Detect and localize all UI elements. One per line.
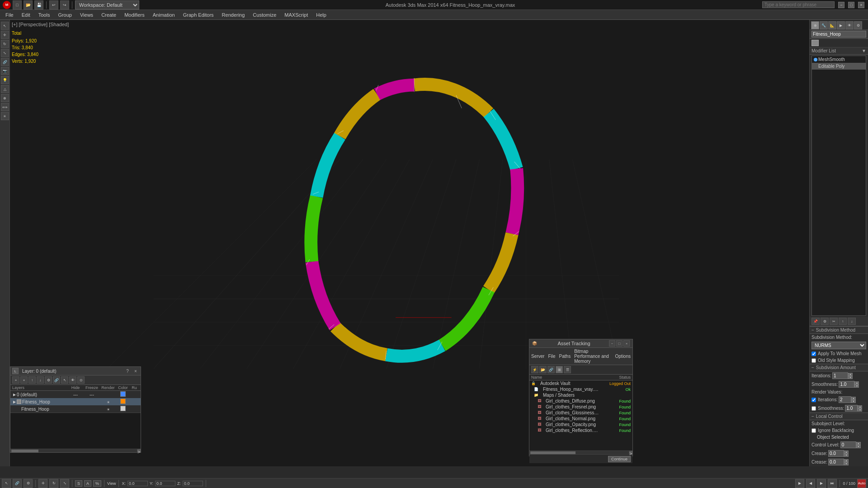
object-color-swatch[interactable] (811, 40, 819, 46)
bottom-scale-btn[interactable]: ⤡ (60, 479, 69, 488)
crease-up[interactable]: ▲ (844, 450, 849, 454)
smoothness-input[interactable] (839, 381, 854, 388)
subdiv-method-select[interactable]: NURMS Classic (811, 342, 866, 349)
crease2-up[interactable]: ▲ (844, 459, 849, 462)
mod-up-btn[interactable]: ↑ (839, 318, 847, 325)
timeline-next-btn[interactable]: ▶ (817, 479, 826, 488)
modifier-meshsmooth[interactable]: MeshSmooth (812, 56, 866, 63)
mirror-tool[interactable]: ⟺ (1, 103, 9, 111)
close-button[interactable]: × (858, 2, 864, 8)
layers-move-up-btn[interactable]: ↑ (28, 376, 36, 384)
menu-edit[interactable]: Edit (18, 11, 34, 19)
asset-maximize-btn[interactable]: □ (616, 340, 623, 347)
move-tool[interactable]: ✛ (1, 31, 9, 39)
layers-select-btn[interactable]: ↖ (61, 376, 68, 384)
asset-menu-options[interactable]: Options (615, 354, 631, 359)
asset-menu-bitmap[interactable]: Bitmap Performance and Memory (574, 349, 611, 364)
crease2-down[interactable]: ▼ (844, 462, 849, 465)
asset-tool-3[interactable]: 🔗 (547, 366, 555, 373)
bottom-move-btn[interactable]: ✛ (38, 479, 47, 488)
iterations-input[interactable] (832, 372, 848, 379)
select-tool[interactable]: ↖ (1, 22, 9, 30)
tab-motion[interactable]: ▶ (837, 21, 845, 29)
mod-dn-btn[interactable]: ↓ (848, 318, 856, 325)
search-input[interactable] (762, 1, 835, 8)
crease-down[interactable]: ▼ (844, 454, 849, 457)
iterations-spinner[interactable]: ▲ ▼ (832, 372, 853, 379)
render-smooth-up[interactable]: ▲ (858, 405, 862, 408)
smoothness-down[interactable]: ▼ (854, 385, 859, 388)
menu-create[interactable]: Create (98, 11, 120, 19)
menu-rendering[interactable]: Rendering (218, 11, 249, 19)
layer-row-fitness-hoop[interactable]: ▶ Fitness_Hoop ☀ (10, 398, 141, 405)
layers-new-btn[interactable]: + (12, 376, 19, 384)
asset-tool-5[interactable]: ☰ (564, 366, 571, 373)
asset-tool-2[interactable]: 📂 (539, 366, 547, 373)
bottom-settings-btn[interactable]: ⚙ (24, 479, 33, 488)
menu-file[interactable]: File (2, 11, 17, 19)
ignore-backfacing-checkbox[interactable] (811, 428, 816, 433)
layers-settings-btn[interactable]: ⚙ (45, 376, 52, 384)
layers-link-btn[interactable]: 🔗 (53, 376, 60, 384)
smoothness-spinner[interactable]: ▲ ▼ (839, 381, 859, 388)
render-iterations-spinner[interactable]: ▲ ▼ (839, 396, 856, 403)
control-level-input[interactable] (840, 441, 856, 448)
menu-tools[interactable]: Tools (35, 11, 54, 19)
timeline-prev-btn[interactable]: ◀ (806, 479, 815, 488)
snap-toggle[interactable]: S (75, 480, 82, 487)
layers-scroll-thumb[interactable] (11, 450, 38, 452)
minimize-button[interactable]: − (838, 2, 844, 8)
layers-del-btn[interactable]: × (20, 376, 28, 384)
layers-show-btn[interactable]: ⊙ (77, 376, 85, 384)
menu-help[interactable]: Help (312, 11, 330, 19)
asset-row-max-file[interactable]: 📄 Fitness_Hoop_max_vray.max Ok (529, 386, 632, 392)
render-iterations-checkbox[interactable] (811, 398, 816, 402)
layers-move-dn-btn[interactable]: ↓ (37, 376, 44, 384)
snap-tool[interactable]: ⊕ (1, 94, 9, 102)
asset-tool-4[interactable]: ⊞ (556, 366, 563, 373)
mod-pin-btn[interactable]: 📌 (811, 318, 820, 325)
crease-spinner[interactable]: ▲ ▼ (828, 450, 849, 457)
asset-scroll-thumb[interactable] (530, 451, 576, 454)
viewport[interactable]: [+] [Perspective] [Shaded] Total Polys: … (10, 20, 809, 466)
tab-utilities[interactable]: ⚙ (854, 21, 862, 29)
modifier-editablepoly[interactable]: Editable Poly (812, 63, 866, 70)
bottom-rotate-btn[interactable]: ↻ (49, 479, 58, 488)
maximize-button[interactable]: □ (848, 2, 854, 8)
open-btn[interactable]: 📂 (24, 0, 33, 9)
rotate-tool[interactable]: ↻ (1, 40, 9, 48)
layers-scrollbar[interactable]: > (10, 449, 141, 452)
local-control-header[interactable]: Local Control (810, 413, 868, 420)
asset-row-maps[interactable]: 📁 Maps / Shaders (529, 392, 632, 398)
control-level-spinner[interactable]: ▲ ▼ (840, 441, 861, 448)
save-btn[interactable]: 💾 (34, 0, 43, 9)
asset-scrollbar[interactable]: > (529, 450, 632, 454)
undo-btn[interactable]: ↩ (49, 0, 58, 9)
old-style-mapping-checkbox[interactable] (811, 358, 816, 363)
asset-menu-file[interactable]: File (548, 354, 555, 359)
crease2-input[interactable] (828, 459, 844, 465)
timeline-end-btn[interactable]: ⏭ (828, 479, 837, 488)
tab-create[interactable]: ⊕ (811, 21, 819, 29)
asset-row-gloss[interactable]: 🖼 Girl_clothes_Glossiness.png Found (529, 410, 632, 416)
tab-modify[interactable]: 🔧 (820, 21, 828, 29)
redo-btn[interactable]: ↪ (60, 0, 69, 9)
menu-customize[interactable]: Customize (249, 11, 280, 19)
align-tool[interactable]: ≡ (1, 112, 9, 120)
asset-row-fresnel[interactable]: 🖼 Girl_clothes_Fresnel.png Found (529, 404, 632, 410)
asset-row-reflection[interactable]: 🖼 Girl_clothes_Reflection.png Found (529, 427, 632, 433)
menu-graph-editors[interactable]: Graph Editors (179, 11, 217, 19)
tab-hierarchy[interactable]: 📐 (828, 21, 836, 29)
menu-group[interactable]: Group (54, 11, 75, 19)
menu-modifiers[interactable]: Modifiers (121, 11, 148, 19)
angle-snap-toggle[interactable]: A (84, 480, 91, 487)
bottom-link-btn[interactable]: 🔗 (13, 479, 22, 488)
percent-snap-toggle[interactable]: % (93, 480, 101, 487)
camera-tool[interactable]: 📷 (1, 67, 9, 75)
ctrl-level-up[interactable]: ▲ (856, 442, 861, 445)
bottom-select-btn[interactable]: ↖ (2, 479, 11, 488)
modifier-dropdown-btn[interactable]: ▼ (862, 48, 866, 53)
light-tool[interactable]: 💡 (1, 76, 9, 84)
new-btn[interactable]: □ (13, 0, 22, 9)
ctrl-level-down[interactable]: ▼ (856, 445, 861, 448)
